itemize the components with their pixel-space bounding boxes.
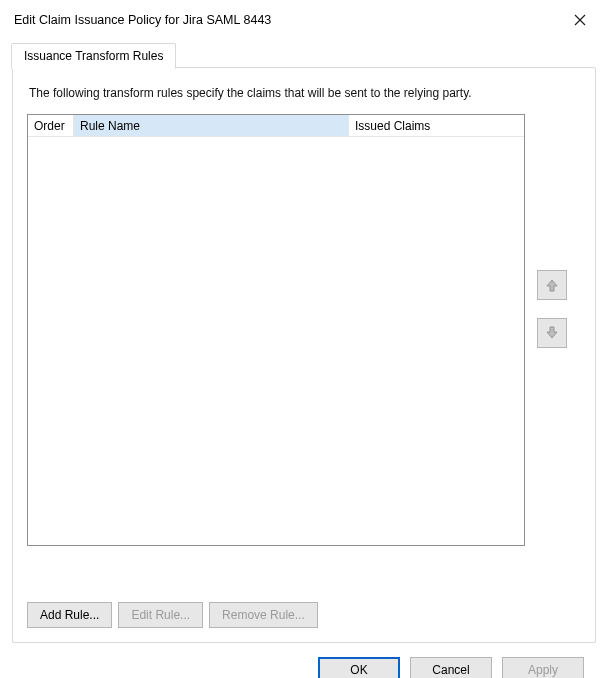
move-down-button[interactable]: [537, 318, 567, 348]
rules-table[interactable]: Order Rule Name Issued Claims: [27, 114, 525, 546]
arrow-down-icon: [545, 326, 559, 340]
edit-rule-button: Edit Rule...: [118, 602, 203, 628]
rules-table-header: Order Rule Name Issued Claims: [28, 115, 524, 137]
apply-button: Apply: [502, 657, 584, 678]
rule-action-buttons: Add Rule... Edit Rule... Remove Rule...: [27, 602, 318, 628]
dialog-body: Issuance Transform Rules The following t…: [0, 42, 608, 678]
tab-issuance-transform-rules[interactable]: Issuance Transform Rules: [11, 43, 176, 69]
rules-area: Order Rule Name Issued Claims: [27, 114, 581, 546]
close-icon: [574, 14, 586, 26]
column-header-issued-claims[interactable]: Issued Claims: [349, 115, 524, 136]
reorder-buttons: [537, 270, 567, 348]
ok-button[interactable]: OK: [318, 657, 400, 678]
tabstrip: Issuance Transform Rules: [12, 42, 596, 68]
window-title: Edit Claim Issuance Policy for Jira SAML…: [14, 13, 271, 27]
dialog-buttons: OK Cancel Apply: [12, 643, 596, 678]
column-header-rule-name[interactable]: Rule Name: [74, 115, 349, 136]
move-up-button[interactable]: [537, 270, 567, 300]
tab-panel: The following transform rules specify th…: [12, 67, 596, 643]
add-rule-button[interactable]: Add Rule...: [27, 602, 112, 628]
column-header-order[interactable]: Order: [28, 115, 74, 136]
description-text: The following transform rules specify th…: [29, 86, 579, 100]
remove-rule-button: Remove Rule...: [209, 602, 318, 628]
close-button[interactable]: [564, 8, 596, 32]
titlebar: Edit Claim Issuance Policy for Jira SAML…: [0, 0, 608, 42]
cancel-button[interactable]: Cancel: [410, 657, 492, 678]
arrow-up-icon: [545, 278, 559, 292]
